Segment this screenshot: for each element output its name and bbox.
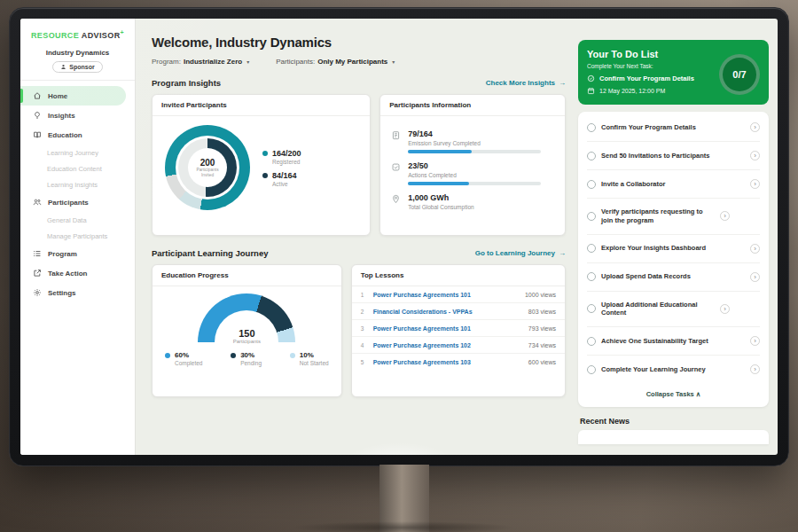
participants-select[interactable]: Participants: Only My Participants ▾ bbox=[276, 58, 395, 66]
logo-plus: + bbox=[121, 29, 125, 35]
lesson-rank: 5 bbox=[361, 359, 367, 365]
check-more-insights-link[interactable]: Check More Insights → bbox=[486, 79, 566, 87]
check-square-icon bbox=[391, 162, 401, 172]
sidebar-item-label: Insights bbox=[48, 112, 75, 120]
legend-value: 30% bbox=[240, 351, 254, 359]
donut-center: 200 Participants Invited bbox=[188, 148, 227, 187]
legend-item: 84/164 Active bbox=[262, 171, 301, 187]
sidebar-item-label: Program bbox=[48, 250, 77, 258]
sidebar-item-education[interactable]: Education bbox=[20, 125, 135, 145]
legend-label: Registered bbox=[272, 159, 301, 165]
task-label: Achieve One Sustainability Target bbox=[601, 337, 745, 346]
task-label: Complete Your Learning Journey bbox=[601, 365, 745, 374]
external-arrow-icon bbox=[33, 269, 42, 278]
program-insights-header: Program Insights Check More Insights → bbox=[152, 78, 566, 88]
lesson-link[interactable]: Financial Considerations - VPPAs bbox=[373, 309, 522, 315]
legend-dot-completed bbox=[165, 353, 170, 358]
insights-cards-row: Invited Participants 200 Participants In… bbox=[152, 94, 566, 236]
collapse-caret-icon: ∧ bbox=[696, 390, 701, 398]
check-circle-icon bbox=[587, 74, 595, 82]
link-label: Check More Insights bbox=[486, 79, 555, 87]
donut-center-value: 200 bbox=[200, 158, 215, 168]
lesson-row[interactable]: 5 Power Purchase Agreements 103 600 view… bbox=[352, 354, 565, 370]
task-checkbox[interactable] bbox=[587, 180, 596, 189]
sidebar-item-general-data[interactable]: General Data bbox=[20, 212, 135, 228]
lesson-link[interactable]: Power Purchase Agreements 102 bbox=[373, 342, 522, 348]
task-checkbox[interactable] bbox=[587, 365, 596, 374]
sidebar-item-label: Participants bbox=[48, 199, 89, 207]
dashboard-screen: RESOURCE ADVISOR+ Industry Dynamics Spon… bbox=[20, 19, 778, 455]
sidebar-item-take-action[interactable]: Take Action bbox=[20, 263, 135, 283]
task-row[interactable]: Send 50 Invitations to Participants › bbox=[587, 142, 760, 170]
legend-dot-registered bbox=[262, 151, 268, 156]
sidebar-item-home[interactable]: Home bbox=[20, 86, 126, 106]
chevron-right-icon[interactable]: › bbox=[750, 179, 760, 189]
chevron-right-icon[interactable]: › bbox=[750, 336, 760, 346]
todo-progress-ring[interactable]: 0/7 bbox=[719, 54, 760, 95]
task-checkbox[interactable] bbox=[587, 152, 596, 160]
sponsor-badge[interactable]: Sponsor bbox=[52, 61, 102, 73]
go-to-learning-journey-link[interactable]: Go to Learning Journey → bbox=[475, 249, 566, 257]
task-checkbox[interactable] bbox=[587, 337, 596, 346]
task-row[interactable]: Upload Additional Educational Content › bbox=[587, 292, 760, 328]
chevron-right-icon[interactable]: › bbox=[750, 151, 760, 160]
lesson-views: 793 views bbox=[528, 325, 556, 332]
chevron-right-icon[interactable]: › bbox=[750, 122, 760, 132]
task-checkbox[interactable] bbox=[587, 123, 596, 132]
lesson-rank: 3 bbox=[361, 325, 367, 332]
sidebar-item-insights[interactable]: Insights bbox=[20, 106, 135, 125]
info-value: 1,000 GWh bbox=[408, 193, 473, 202]
chevron-right-icon[interactable]: › bbox=[750, 364, 760, 374]
lesson-row[interactable]: 2 Financial Considerations - VPPAs 803 v… bbox=[352, 303, 565, 320]
lesson-row[interactable]: 4 Power Purchase Agreements 102 734 view… bbox=[352, 337, 565, 354]
chevron-right-icon[interactable]: › bbox=[750, 244, 760, 254]
sidebar-divider bbox=[20, 80, 135, 81]
chevron-right-icon[interactable]: › bbox=[720, 211, 730, 221]
task-checkbox[interactable] bbox=[587, 272, 596, 281]
bulb-icon bbox=[33, 111, 42, 120]
chevron-right-icon[interactable]: › bbox=[720, 304, 730, 314]
sidebar-item-education-content[interactable]: Education Content bbox=[20, 160, 135, 176]
lesson-link[interactable]: Power Purchase Agreements 101 bbox=[373, 325, 522, 332]
task-checkbox[interactable] bbox=[587, 244, 596, 253]
org-name: Industry Dynamics bbox=[20, 49, 135, 57]
filters-row: Program: Industrialize Zero ▾ Participan… bbox=[152, 58, 566, 66]
sidebar-item-program[interactable]: Program bbox=[20, 244, 135, 263]
info-row: 1,000 GWh Total Global Consumption bbox=[391, 193, 554, 214]
invited-donut-chart: 200 Participants Invited bbox=[165, 125, 250, 210]
progress-bar-fill bbox=[408, 150, 472, 153]
top-lessons-card: Top Lessons 1 Power Purchase Agreements … bbox=[351, 264, 566, 397]
arrow-right-icon: → bbox=[559, 79, 566, 87]
sidebar-item-manage-participants[interactable]: Manage Participants bbox=[20, 228, 135, 244]
sidebar-item-settings[interactable]: Settings bbox=[20, 283, 135, 302]
section-title: Participant Learning Journey bbox=[152, 248, 268, 258]
sidebar-item-learning-insights[interactable]: Learning Insights bbox=[20, 176, 135, 192]
lesson-link[interactable]: Power Purchase Agreements 101 bbox=[373, 292, 519, 298]
progress-bar bbox=[408, 182, 541, 185]
lesson-row[interactable]: 1 Power Purchase Agreements 101 1000 vie… bbox=[352, 286, 565, 303]
legend-dot-not-started bbox=[290, 353, 295, 358]
recent-news-title: Recent News bbox=[580, 417, 767, 426]
program-select[interactable]: Program: Industrialize Zero ▾ bbox=[152, 58, 249, 66]
collapse-tasks-link[interactable]: Collapse Tasks ∧ bbox=[587, 383, 760, 403]
task-row[interactable]: Complete Your Learning Journey › bbox=[587, 356, 760, 383]
sidebar-item-participants[interactable]: Participants bbox=[20, 192, 135, 212]
arrow-right-icon: → bbox=[559, 249, 566, 257]
task-row[interactable]: Invite a Collaborator › bbox=[587, 170, 760, 199]
gauge-center: 150 Participants bbox=[198, 328, 295, 344]
task-checkbox[interactable] bbox=[587, 304, 596, 313]
info-value: 23/50 bbox=[408, 161, 541, 170]
sidebar-item-label: Manage Participants bbox=[47, 232, 107, 240]
monitor-stand-shadow bbox=[293, 521, 514, 532]
lesson-link[interactable]: Power Purchase Agreements 103 bbox=[373, 359, 522, 365]
lesson-row[interactable]: 3 Power Purchase Agreements 101 793 view… bbox=[352, 320, 565, 337]
sidebar-item-learning-journey[interactable]: Learning Journey bbox=[20, 145, 135, 160]
task-row[interactable]: Achieve One Sustainability Target › bbox=[587, 327, 760, 356]
legend-item: 30% Pending bbox=[231, 351, 262, 366]
chevron-right-icon[interactable]: › bbox=[750, 272, 760, 282]
task-row[interactable]: Explore Your Insights Dashboard › bbox=[587, 235, 760, 263]
task-row[interactable]: Upload Spend Data Records › bbox=[587, 263, 760, 292]
task-row[interactable]: Confirm Your Program Details › bbox=[587, 113, 760, 142]
task-checkbox[interactable] bbox=[587, 212, 596, 221]
task-row[interactable]: Verify participants requesting to join t… bbox=[587, 199, 760, 235]
